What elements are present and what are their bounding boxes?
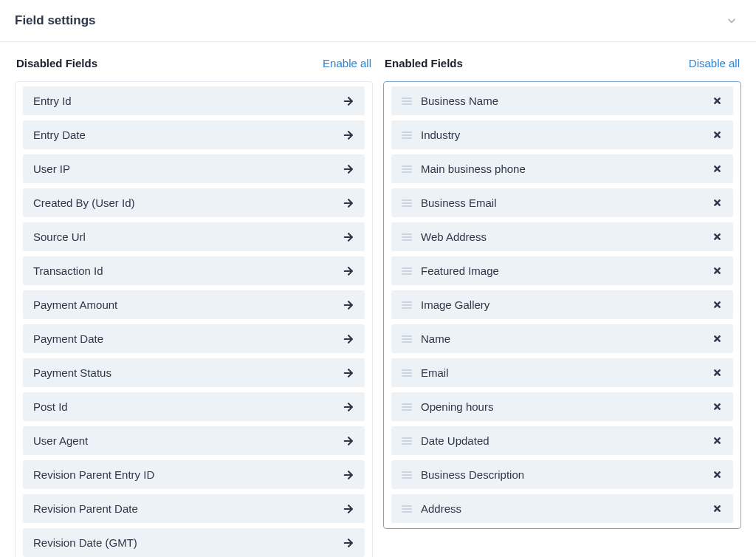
panel-header[interactable]: Field settings bbox=[0, 0, 756, 42]
enabled-field-item[interactable]: Industry bbox=[391, 120, 733, 149]
field-label: Revision Date (GMT) bbox=[33, 536, 334, 549]
field-label: User Agent bbox=[33, 434, 334, 447]
enabled-field-item[interactable]: Featured Image bbox=[391, 256, 733, 285]
field-label: Email bbox=[421, 366, 702, 379]
panel-title: Field settings bbox=[15, 13, 96, 28]
field-label: Featured Image bbox=[421, 264, 702, 277]
field-label: Business Email bbox=[421, 197, 702, 209]
disabled-field-item[interactable]: Payment Status bbox=[23, 358, 365, 387]
field-label: Date Updated bbox=[421, 434, 702, 447]
enabled-field-item[interactable]: Main business phone bbox=[391, 154, 733, 183]
enabled-column: Enabled Fields Disable all Business Name… bbox=[383, 57, 741, 557]
enabled-field-item[interactable]: Business Name bbox=[391, 86, 733, 115]
close-icon[interactable] bbox=[711, 129, 723, 141]
disabled-field-item[interactable]: Revision Parent Date bbox=[23, 494, 365, 523]
drag-handle-icon[interactable] bbox=[402, 165, 412, 173]
disabled-field-item[interactable]: Payment Date bbox=[23, 324, 365, 353]
arrow-right-icon[interactable] bbox=[343, 129, 354, 141]
chevron-down-icon[interactable] bbox=[725, 14, 741, 27]
field-label: Post Id bbox=[33, 400, 334, 413]
enabled-column-title: Enabled Fields bbox=[385, 57, 463, 69]
arrow-right-icon[interactable] bbox=[343, 95, 354, 107]
disabled-column: Disabled Fields Enable all Entry IdEntry… bbox=[15, 57, 373, 557]
close-icon[interactable] bbox=[711, 197, 723, 209]
disabled-field-item[interactable]: Entry Id bbox=[23, 86, 365, 115]
field-label: Revision Parent Entry ID bbox=[33, 468, 334, 481]
enabled-column-header: Enabled Fields Disable all bbox=[383, 57, 741, 69]
arrow-right-icon[interactable] bbox=[343, 163, 354, 175]
drag-handle-icon[interactable] bbox=[402, 471, 412, 479]
drag-handle-icon[interactable] bbox=[402, 403, 412, 411]
close-icon[interactable] bbox=[711, 435, 723, 447]
arrow-right-icon[interactable] bbox=[343, 503, 354, 515]
arrow-right-icon[interactable] bbox=[343, 231, 354, 243]
enabled-field-item[interactable]: Image Gallery bbox=[391, 290, 733, 319]
arrow-right-icon[interactable] bbox=[343, 197, 354, 209]
arrow-right-icon[interactable] bbox=[343, 333, 354, 345]
drag-handle-icon[interactable] bbox=[402, 437, 412, 445]
enable-all-button[interactable]: Enable all bbox=[323, 57, 371, 69]
drag-handle-icon[interactable] bbox=[402, 301, 412, 309]
field-label: Payment Amount bbox=[33, 298, 334, 311]
close-icon[interactable] bbox=[711, 469, 723, 481]
field-label: Industry bbox=[421, 129, 702, 141]
close-icon[interactable] bbox=[711, 333, 723, 345]
disabled-column-header: Disabled Fields Enable all bbox=[15, 57, 373, 69]
field-label: Created By (User Id) bbox=[33, 197, 334, 209]
drag-handle-icon[interactable] bbox=[402, 233, 412, 241]
arrow-right-icon[interactable] bbox=[343, 537, 354, 549]
enabled-field-item[interactable]: Business Description bbox=[391, 460, 733, 489]
arrow-right-icon[interactable] bbox=[343, 435, 354, 447]
close-icon[interactable] bbox=[711, 299, 723, 311]
close-icon[interactable] bbox=[711, 367, 723, 379]
arrow-right-icon[interactable] bbox=[343, 299, 354, 311]
drag-handle-icon[interactable] bbox=[402, 98, 412, 105]
close-icon[interactable] bbox=[711, 163, 723, 175]
close-icon[interactable] bbox=[711, 265, 723, 277]
drag-handle-icon[interactable] bbox=[402, 335, 412, 343]
disabled-field-item[interactable]: Transaction Id bbox=[23, 256, 365, 285]
enabled-field-item[interactable]: Business Email bbox=[391, 188, 733, 217]
field-label: Address bbox=[421, 502, 702, 515]
enabled-field-item[interactable]: Email bbox=[391, 358, 733, 387]
disabled-field-item[interactable]: User Agent bbox=[23, 426, 365, 455]
field-label: Payment Status bbox=[33, 366, 334, 379]
disabled-field-item[interactable]: Revision Date (GMT) bbox=[23, 528, 365, 557]
enabled-fields-list: Business NameIndustryMain business phone… bbox=[383, 81, 741, 529]
disable-all-button[interactable]: Disable all bbox=[689, 57, 740, 69]
field-label: Revision Parent Date bbox=[33, 502, 334, 515]
disabled-field-item[interactable]: Post Id bbox=[23, 392, 365, 421]
drag-handle-icon[interactable] bbox=[402, 131, 412, 139]
enabled-field-item[interactable]: Address bbox=[391, 494, 733, 523]
disabled-field-item[interactable]: Payment Amount bbox=[23, 290, 365, 319]
drag-handle-icon[interactable] bbox=[402, 199, 412, 207]
drag-handle-icon[interactable] bbox=[402, 505, 412, 513]
enabled-field-item[interactable]: Name bbox=[391, 324, 733, 353]
arrow-right-icon[interactable] bbox=[343, 401, 354, 413]
drag-handle-icon[interactable] bbox=[402, 267, 412, 275]
enabled-field-item[interactable]: Opening hours bbox=[391, 392, 733, 421]
disabled-field-item[interactable]: Created By (User Id) bbox=[23, 188, 365, 217]
field-label: Entry Date bbox=[33, 129, 334, 141]
close-icon[interactable] bbox=[711, 95, 723, 107]
field-label: Name bbox=[421, 332, 702, 345]
field-label: Opening hours bbox=[421, 400, 702, 413]
close-icon[interactable] bbox=[711, 401, 723, 413]
disabled-field-item[interactable]: Revision Parent Entry ID bbox=[23, 460, 365, 489]
enabled-field-item[interactable]: Date Updated bbox=[391, 426, 733, 455]
arrow-right-icon[interactable] bbox=[343, 367, 354, 379]
field-label: Entry Id bbox=[33, 95, 334, 107]
disabled-field-item[interactable]: Entry Date bbox=[23, 120, 365, 149]
field-label: Business Name bbox=[421, 95, 702, 107]
arrow-right-icon[interactable] bbox=[343, 265, 354, 277]
enabled-field-item[interactable]: Web Address bbox=[391, 222, 733, 251]
field-label: Business Description bbox=[421, 468, 702, 481]
drag-handle-icon[interactable] bbox=[402, 369, 412, 377]
field-label: Transaction Id bbox=[33, 264, 334, 277]
close-icon[interactable] bbox=[711, 231, 723, 243]
close-icon[interactable] bbox=[711, 503, 723, 515]
disabled-field-item[interactable]: User IP bbox=[23, 154, 365, 183]
arrow-right-icon[interactable] bbox=[343, 469, 354, 481]
field-label: Payment Date bbox=[33, 332, 334, 345]
disabled-field-item[interactable]: Source Url bbox=[23, 222, 365, 251]
